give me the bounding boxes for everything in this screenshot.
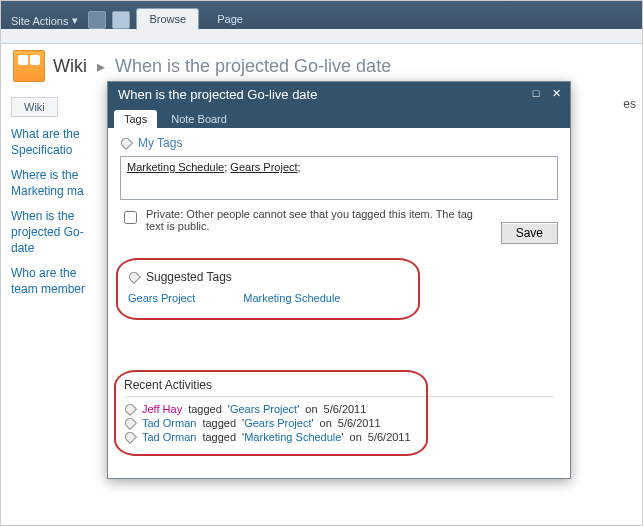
tags-input[interactable]: Marketing Schedule; Gears Project; [120, 156, 558, 200]
breadcrumb-library[interactable]: Wiki [53, 56, 87, 77]
dialog-title: When is the projected Go-live date [118, 87, 524, 102]
suggested-tag-link[interactable]: Marketing Schedule [243, 292, 340, 304]
private-checkbox[interactable] [124, 211, 137, 224]
activity-row: Tad Orman tagged 'Marketing Schedule' on… [124, 431, 554, 443]
tab-tags[interactable]: Tags [114, 110, 157, 128]
tag-value: Marketing Schedule [127, 161, 224, 173]
annotation-oval [116, 258, 420, 320]
tag-value: Gears Project [230, 161, 297, 173]
page-title: When is the projected Go-live date [115, 56, 391, 77]
site-actions-menu[interactable]: Site Actions ▾ [7, 12, 82, 29]
activity-row: Tad Orman tagged 'Gears Project' on 5/6/… [124, 417, 554, 429]
wiki-library-icon [13, 50, 45, 82]
dialog-tabs: Tags Note Board [108, 106, 570, 128]
activity-user-link[interactable]: Jeff Hay [142, 403, 182, 415]
truncated-text: es [623, 97, 636, 111]
ribbon-tab-browse[interactable]: Browse [136, 8, 199, 30]
activity-date: 5/6/2011 [338, 417, 381, 429]
tag-icon [128, 271, 140, 283]
left-nav: Wiki What are the Specificatio Where is … [11, 97, 99, 297]
activity-tag-link[interactable]: Gears Project [244, 417, 311, 429]
chevron-down-icon: ▾ [72, 14, 78, 27]
divider [124, 396, 554, 397]
tag-icon [124, 431, 136, 443]
save-button[interactable]: Save [501, 222, 558, 244]
dialog-titlebar: When is the projected Go-live date □ ✕ [108, 82, 570, 106]
site-actions-label: Site Actions [11, 15, 68, 27]
left-nav-item[interactable]: When is the projected Go-date [11, 209, 99, 256]
activity-row: Jeff Hay tagged 'Gears Project' on 5/6/2… [124, 403, 554, 415]
activity-date: 5/6/2011 [368, 431, 411, 443]
ribbon-lower [1, 29, 642, 44]
suggested-tags-heading: Suggested Tags [146, 270, 232, 284]
suggested-tags-section: Suggested Tags Gears Project Marketing S… [120, 266, 558, 320]
activity-user-link[interactable]: Tad Orman [142, 417, 196, 429]
private-label: Private: Other people cannot see that yo… [146, 208, 476, 232]
ribbon-tab-page[interactable]: Page [205, 9, 255, 29]
left-nav-item[interactable]: What are the Specificatio [11, 127, 99, 158]
breadcrumb-separator-icon: ▸ [97, 57, 105, 76]
left-nav-item[interactable]: Who are the team member [11, 266, 99, 297]
activity-tag-link[interactable]: Marketing Schedule [244, 431, 341, 443]
activity-tag-link[interactable]: Gears Project [230, 403, 297, 415]
activity-user-link[interactable]: Tad Orman [142, 431, 196, 443]
tags-dialog: When is the projected Go-live date □ ✕ T… [107, 81, 571, 479]
activity-date: 5/6/2011 [324, 403, 367, 415]
ribbon: Site Actions ▾ Browse Page [1, 1, 642, 29]
close-icon[interactable]: ✕ [548, 87, 564, 101]
my-tags-link[interactable]: My Tags [138, 136, 182, 150]
edit-page-icon[interactable] [112, 11, 130, 29]
suggested-tag-link[interactable]: Gears Project [128, 292, 195, 304]
tag-icon [124, 403, 136, 415]
navigate-up-icon[interactable] [88, 11, 106, 29]
tag-icon [124, 417, 136, 429]
maximize-icon[interactable]: □ [528, 87, 544, 101]
tab-note-board[interactable]: Note Board [161, 110, 237, 128]
recent-activities-section: Recent Activities Jeff Hay tagged 'Gears… [120, 376, 558, 453]
left-tab-wiki[interactable]: Wiki [11, 97, 58, 117]
left-nav-item[interactable]: Where is the Marketing ma [11, 168, 99, 199]
tag-icon [120, 137, 132, 149]
recent-activities-heading: Recent Activities [124, 378, 212, 392]
